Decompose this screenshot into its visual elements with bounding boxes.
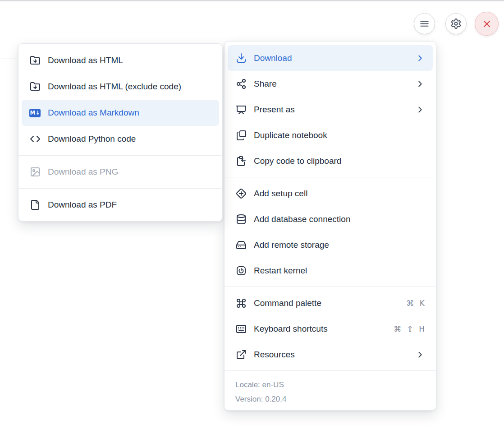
power-icon bbox=[235, 265, 247, 276]
notebook-menu-panel: Download Share Present as Duplicate note… bbox=[224, 41, 436, 411]
menu-item-download-python-code[interactable]: Download Python code bbox=[22, 126, 219, 152]
notebook-menu-button[interactable] bbox=[414, 13, 435, 34]
menu-item-label: Add database connection bbox=[254, 214, 350, 224]
menu-item-label: Download as Markdown bbox=[48, 108, 139, 118]
hamburger-icon bbox=[419, 18, 430, 29]
settings-button[interactable] bbox=[445, 13, 467, 34]
chevron-right-icon bbox=[415, 350, 425, 360]
download-icon bbox=[235, 52, 247, 64]
database-icon bbox=[235, 213, 247, 225]
menu-item-add-database-connection[interactable]: Add database connection bbox=[228, 206, 433, 232]
hard-drive-icon bbox=[235, 239, 247, 250]
menu-item-download-as-png: Download as PNG bbox=[22, 159, 219, 185]
clipboard-arrow-icon bbox=[235, 155, 247, 166]
menu-item-download-as-html[interactable]: Download as HTML bbox=[22, 47, 219, 74]
menu-footer: Locale: en-US Version: 0.20.4 bbox=[225, 374, 436, 410]
menu-item-command-palette[interactable]: Command palette ⌘ K bbox=[228, 290, 433, 316]
menu-item-label: Download as PDF bbox=[48, 200, 117, 210]
markdown-icon: M↓ bbox=[29, 107, 41, 119]
menu-item-download-as-html-exclude-code[interactable]: Download as HTML (exclude code) bbox=[22, 74, 219, 100]
menu-item-label: Download as PNG bbox=[48, 167, 118, 177]
share-icon bbox=[235, 78, 247, 89]
menu-item-present-as[interactable]: Present as bbox=[228, 97, 433, 122]
diamond-plus-icon bbox=[235, 188, 247, 199]
menu-item-label: Copy code to clipboard bbox=[254, 156, 341, 166]
download-submenu-panel: Download as HTML Download as HTML (exclu… bbox=[18, 43, 223, 222]
menu-item-download-as-markdown[interactable]: M↓ Download as Markdown bbox=[22, 100, 219, 126]
menu-item-label: Download as HTML (exclude code) bbox=[48, 82, 181, 92]
menu-item-label: Download bbox=[254, 53, 292, 63]
folder-down-icon bbox=[29, 55, 41, 66]
menu-item-label: Add setup cell bbox=[254, 189, 307, 199]
presentation-icon bbox=[235, 104, 247, 115]
menu-item-download-as-pdf[interactable]: Download as PDF bbox=[22, 192, 219, 218]
menu-item-keyboard-shortcuts[interactable]: Keyboard shortcuts ⌘ ⇧ H bbox=[228, 316, 433, 342]
keyboard-shortcut-hint: ⌘ K bbox=[406, 299, 425, 308]
keyboard-icon bbox=[235, 323, 247, 334]
menu-item-add-setup-cell[interactable]: Add setup cell bbox=[228, 180, 433, 206]
menu-item-label: Keyboard shortcuts bbox=[254, 324, 328, 334]
menu-item-download[interactable]: Download bbox=[228, 45, 433, 71]
background-cell-divider bbox=[0, 59, 18, 59]
image-icon bbox=[29, 166, 41, 178]
menu-item-label: Command palette bbox=[254, 298, 321, 308]
menu-item-label: Share bbox=[254, 79, 277, 89]
menu-item-label: Download Python code bbox=[48, 134, 136, 144]
menu-item-duplicate-notebook[interactable]: Duplicate notebook bbox=[228, 122, 433, 148]
folder-down-icon bbox=[29, 81, 41, 92]
menu-item-label: Restart kernel bbox=[254, 266, 307, 276]
shutdown-button[interactable] bbox=[475, 12, 499, 36]
menu-separator bbox=[225, 177, 436, 177]
close-icon bbox=[481, 18, 492, 29]
gear-icon bbox=[450, 18, 462, 29]
menu-item-label: Present as bbox=[254, 105, 295, 115]
command-icon bbox=[235, 297, 247, 309]
menu-separator bbox=[225, 370, 436, 371]
version-text: Version: 0.20.4 bbox=[235, 395, 425, 404]
menu-item-resources[interactable]: Resources bbox=[228, 342, 433, 367]
menu-item-restart-kernel[interactable]: Restart kernel bbox=[228, 258, 433, 283]
locale-text: Locale: en-US bbox=[235, 380, 425, 389]
menu-item-label: Resources bbox=[254, 350, 295, 360]
external-link-icon bbox=[235, 349, 247, 360]
menu-separator bbox=[225, 287, 436, 287]
menu-item-label: Duplicate notebook bbox=[254, 130, 327, 140]
chevron-right-icon bbox=[415, 79, 425, 89]
chevron-right-icon bbox=[415, 105, 425, 115]
keyboard-shortcut-hint: ⌘ ⇧ H bbox=[394, 324, 425, 333]
code-icon bbox=[29, 134, 41, 145]
window-top-border bbox=[0, 0, 504, 1]
menu-item-label: Download as HTML bbox=[48, 56, 123, 65]
file-icon bbox=[29, 199, 41, 211]
menu-item-label: Add remote storage bbox=[254, 240, 329, 250]
duplicate-icon bbox=[235, 130, 247, 141]
menu-item-copy-code-to-clipboard[interactable]: Copy code to clipboard bbox=[228, 148, 433, 174]
chevron-right-icon bbox=[415, 53, 425, 63]
menu-item-share[interactable]: Share bbox=[228, 71, 433, 97]
background-cell-divider bbox=[0, 90, 18, 90]
menu-separator bbox=[18, 188, 222, 189]
menu-separator bbox=[18, 155, 222, 156]
menu-item-add-remote-storage[interactable]: Add remote storage bbox=[228, 232, 433, 258]
